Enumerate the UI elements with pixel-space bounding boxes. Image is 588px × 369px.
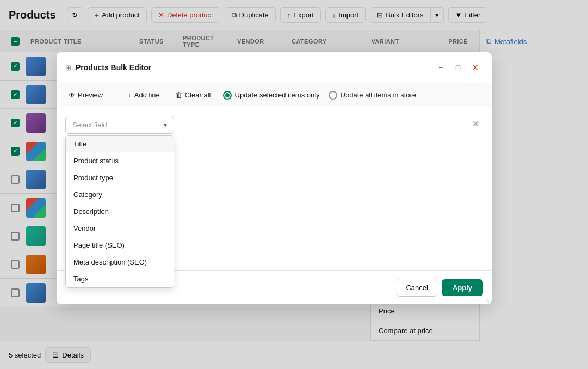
chevron-down-icon: ▾	[164, 121, 167, 129]
preview-button[interactable]: 👁 Preview	[65, 89, 106, 101]
maximize-button[interactable]: □	[450, 60, 466, 75]
modal-toolbar: 👁 Preview + Add line 🗑 Clear all Update …	[57, 83, 492, 107]
modal-controls: − □ ✕	[433, 60, 483, 75]
close-row-button[interactable]: ✕	[468, 116, 483, 131]
radio-dot-all	[329, 91, 337, 100]
maximize-icon: □	[456, 63, 460, 72]
radio-dot-selected	[223, 91, 232, 100]
dropdown-item-meta-description-seo[interactable]: Meta description (SEO)	[66, 254, 174, 270]
dropdown-item-product-status[interactable]: Product status	[66, 152, 174, 169]
modal-body: Select field ▾ Title Product status Prod…	[57, 107, 492, 270]
preview-icon: 👁	[69, 91, 75, 99]
minimize-button[interactable]: −	[433, 60, 448, 75]
select-field-placeholder: Select field	[72, 121, 162, 129]
apply-button[interactable]: Apply	[442, 279, 483, 296]
toolbar-divider	[115, 90, 115, 101]
modal-title: Products Bulk Editor	[76, 63, 429, 72]
minimize-icon: −	[438, 63, 443, 72]
plus-icon: +	[127, 91, 132, 99]
trash-icon: 🗑	[175, 91, 182, 99]
dropdown-item-product-type[interactable]: Product type	[66, 169, 174, 186]
modal-overlay: ⊞ Products Bulk Editor − □ ✕ 👁 Preview	[0, 0, 588, 369]
dropdown-item-title[interactable]: Title	[66, 136, 174, 152]
resize-handle[interactable]: ⤡	[485, 298, 492, 304]
close-modal-button[interactable]: ✕	[468, 60, 483, 75]
close-icon: ✕	[472, 119, 479, 129]
clear-all-button[interactable]: 🗑 Clear all	[172, 89, 214, 101]
close-icon: ✕	[472, 63, 479, 72]
select-field-trigger[interactable]: Select field ▾	[65, 116, 174, 134]
cancel-button[interactable]: Cancel	[397, 279, 437, 297]
select-field-container: Select field ▾ Title Product status Prod…	[65, 116, 174, 134]
modal-header: ⊞ Products Bulk Editor − □ ✕	[57, 52, 492, 83]
update-selected-radio[interactable]: Update selected items only	[223, 91, 320, 100]
dropdown-item-category[interactable]: Category	[66, 186, 174, 203]
field-dropdown-list: Title Product status Product type Catego…	[65, 135, 174, 288]
dropdown-item-page-title-seo[interactable]: Page title (SEO)	[66, 237, 174, 254]
dropdown-item-description[interactable]: Description	[66, 203, 174, 220]
dropdown-item-vendor[interactable]: Vendor	[66, 220, 174, 237]
modal-bulk-editor-icon: ⊞	[65, 64, 71, 72]
dropdown-item-tags[interactable]: Tags	[66, 270, 174, 287]
bulk-editor-modal: ⊞ Products Bulk Editor − □ ✕ 👁 Preview	[57, 52, 492, 304]
radio-group: Update selected items only Update all it…	[223, 91, 417, 100]
add-line-button[interactable]: + Add line	[124, 89, 163, 101]
update-all-radio[interactable]: Update all items in store	[329, 91, 416, 100]
